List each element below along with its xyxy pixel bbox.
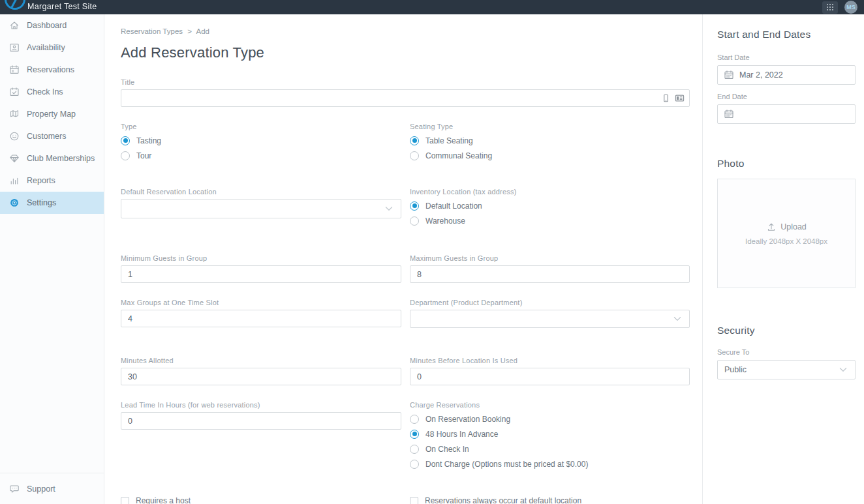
title-input-addons xyxy=(662,93,685,103)
always-default-location-checkbox[interactable]: Reservations always occur at default loc… xyxy=(410,496,690,504)
sidebar-item-club-memberships[interactable]: Club Memberships xyxy=(0,147,104,170)
sidebar-item-label: Check Ins xyxy=(27,87,63,96)
breadcrumb: Reservation Types > Add xyxy=(121,27,690,35)
breadcrumb-add: Add xyxy=(196,27,209,35)
upload-label: Upload xyxy=(780,222,807,231)
sidebar-item-label: Reservations xyxy=(27,65,74,74)
apps-grid-icon[interactable] xyxy=(822,1,838,14)
bar-chart-icon xyxy=(9,175,20,186)
radio-selected-icon xyxy=(410,201,419,211)
minutes-allotted-input[interactable] xyxy=(121,368,401,385)
grid-dots-icon xyxy=(827,4,834,11)
checkbox-icon xyxy=(121,497,129,504)
radio-tasting[interactable]: Tasting xyxy=(121,136,401,145)
calendar-check-icon xyxy=(9,87,20,97)
sidebar-item-reservations[interactable]: Reservations xyxy=(0,59,104,81)
app-header: Margaret Test Site MS xyxy=(0,0,864,14)
radio-tour[interactable]: Tour xyxy=(121,151,401,160)
end-date-label: End Date xyxy=(717,93,854,100)
mobile-icon[interactable] xyxy=(662,93,670,103)
sidebar-item-check-ins[interactable]: Check Ins xyxy=(0,81,104,103)
radio-48-hours-in-advance[interactable]: 48 Hours In Advance xyxy=(410,429,690,439)
inventory-location-label: Inventory Location (tax address) xyxy=(410,188,690,196)
chat-bubble-icon xyxy=(9,484,20,494)
sidebar-item-settings[interactable]: Settings xyxy=(0,192,104,214)
max-guests-label: Maximum Guests in Group xyxy=(410,254,690,262)
radio-dont-charge[interactable]: Dont Charge (Options must be priced at $… xyxy=(410,459,690,469)
chevron-down-icon xyxy=(672,314,683,324)
min-guests-label: Minimum Guests in Group xyxy=(121,254,401,262)
dates-section-heading: Start and End Dates xyxy=(717,29,854,40)
radio-icon xyxy=(410,151,419,160)
gem-icon xyxy=(9,153,20,164)
seating-type-label: Seating Type xyxy=(410,123,690,130)
start-date-input[interactable]: Mar 2, 2022 xyxy=(717,65,856,85)
title-label: Title xyxy=(121,78,690,86)
department-label: Department (Product Department) xyxy=(410,299,690,306)
calendar-icon xyxy=(724,70,734,80)
radio-selected-icon xyxy=(410,430,419,439)
minutes-allotted-label: Minutes Allotted xyxy=(121,357,401,364)
page-title: Add Reservation Type xyxy=(121,44,690,61)
radio-communal-seating[interactable]: Communal Seating xyxy=(410,151,690,160)
address-card-icon[interactable] xyxy=(675,93,685,103)
max-guests-input[interactable] xyxy=(410,265,690,283)
breadcrumb-separator: > xyxy=(187,27,192,35)
secure-to-select[interactable]: Public xyxy=(717,360,856,379)
sidebar-item-label: Customers xyxy=(27,132,66,141)
max-groups-label: Max Groups at One Time Slot xyxy=(121,299,401,306)
sidebar-item-label: Dashboard xyxy=(27,21,67,30)
title-input[interactable] xyxy=(121,89,690,107)
radio-icon xyxy=(410,216,419,226)
avatar[interactable]: MS xyxy=(844,1,857,14)
person-card-icon xyxy=(9,42,20,53)
radio-selected-icon xyxy=(121,136,130,145)
main-content: Reservation Types > Add Add Reservation … xyxy=(104,14,702,504)
charge-reservations-label: Charge Reservations xyxy=(410,401,690,409)
photo-upload-dropzone[interactable]: Upload Ideally 2048px X 2048px xyxy=(717,179,856,288)
minutes-before-input[interactable] xyxy=(410,368,690,385)
upload-icon xyxy=(766,222,777,232)
min-guests-input[interactable] xyxy=(121,265,401,283)
sidebar-item-availability[interactable]: Availability xyxy=(0,37,104,59)
minutes-before-label: Minutes Before Location Is Used xyxy=(410,357,690,364)
department-select[interactable] xyxy=(410,310,690,328)
support-label: Support xyxy=(27,484,55,494)
sidebar-item-dashboard[interactable]: Dashboard xyxy=(0,14,104,37)
radio-table-seating[interactable]: Table Seating xyxy=(410,136,690,145)
sidebar-item-label: Club Memberships xyxy=(27,154,95,163)
right-panel: Start and End Dates Start Date Mar 2, 20… xyxy=(702,14,863,504)
brand-logo-icon xyxy=(5,0,25,10)
photo-size-hint: Ideally 2048px X 2048px xyxy=(745,237,827,245)
photo-section-heading: Photo xyxy=(717,158,854,170)
sidebar-item-label: Settings xyxy=(27,198,56,207)
sidebar-item-customers[interactable]: Customers xyxy=(0,125,104,147)
site-name: Margaret Test Site xyxy=(27,2,97,11)
end-date-input[interactable] xyxy=(717,104,856,124)
max-groups-input[interactable] xyxy=(121,310,401,327)
home-icon xyxy=(9,20,20,31)
sidebar: Dashboard Availability Reservations Chec… xyxy=(0,14,104,504)
calendar-icon xyxy=(9,65,20,75)
lead-time-input[interactable] xyxy=(121,412,401,430)
radio-warehouse[interactable]: Warehouse xyxy=(410,216,690,226)
secure-to-label: Secure To xyxy=(717,348,854,356)
lead-time-label: Lead Time In Hours (for web reservations… xyxy=(121,401,401,409)
sidebar-item-support[interactable]: Support xyxy=(0,473,104,504)
default-location-select[interactable] xyxy=(121,199,401,218)
sidebar-item-label: Property Map xyxy=(27,110,76,119)
secure-to-value: Public xyxy=(724,365,747,374)
radio-selected-icon xyxy=(410,136,419,145)
sidebar-item-property-map[interactable]: Property Map xyxy=(0,103,104,125)
breadcrumb-reservation-types[interactable]: Reservation Types xyxy=(121,27,183,35)
radio-on-reservation-booking[interactable]: On Reservation Booking xyxy=(410,414,690,424)
radio-default-location[interactable]: Default Location xyxy=(410,201,690,211)
upload-button[interactable]: Upload xyxy=(766,222,807,232)
requires-host-checkbox[interactable]: Requires a host xyxy=(121,496,401,504)
sidebar-item-label: Reports xyxy=(27,176,55,185)
calendar-icon xyxy=(724,109,734,119)
sidebar-item-label: Availability xyxy=(27,43,65,52)
radio-on-check-in[interactable]: On Check In xyxy=(410,444,690,454)
security-section-heading: Security xyxy=(717,325,854,336)
sidebar-item-reports[interactable]: Reports xyxy=(0,170,104,192)
